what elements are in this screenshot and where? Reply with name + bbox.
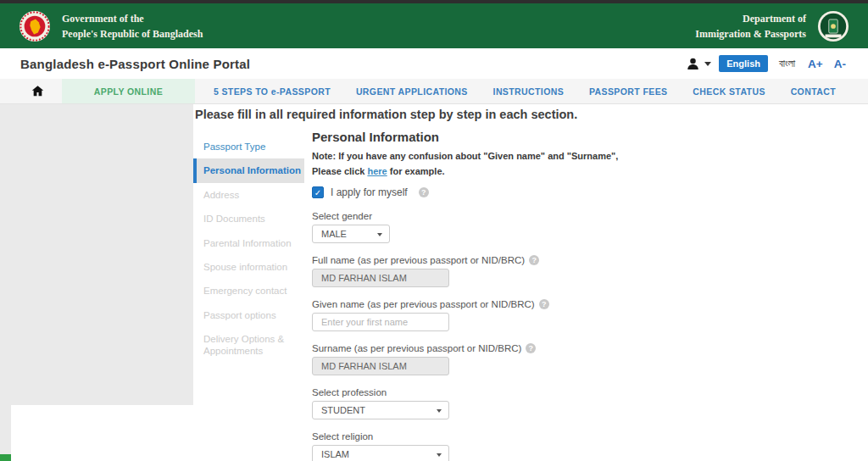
apply-myself-help-icon[interactable]: ?: [419, 187, 429, 197]
main-nav: APPLY ONLINE 5 STEPS TO e-PASSPORT URGEN…: [0, 79, 868, 104]
government-title: Government of the People's Republic of B…: [62, 11, 203, 42]
religion-select[interactable]: ISLAM: [312, 445, 449, 461]
immigration-department-logo-icon: [817, 10, 849, 42]
nav-item-contact[interactable]: CONTACT: [784, 79, 843, 103]
nav-item-5-steps[interactable]: 5 STEPS TO e-PASSPORT: [207, 79, 337, 103]
department-title: Department of Immigration & Passports: [695, 11, 806, 42]
nav-item-check-status[interactable]: CHECK STATUS: [686, 79, 772, 103]
form-note: Note: If you have any confusion about "G…: [312, 149, 631, 179]
left-gutter-strip: [0, 405, 11, 461]
note-here-link[interactable]: here: [367, 166, 387, 176]
given-name-input[interactable]: [312, 313, 449, 331]
language-english-button[interactable]: English: [719, 55, 768, 72]
font-increase-button[interactable]: A+: [806, 58, 825, 70]
sidebar-item-emergency-contact: Emergency contact: [193, 279, 304, 303]
form-note-suffix: for example.: [387, 166, 445, 176]
profession-select[interactable]: STUDENT: [312, 401, 449, 419]
profession-label: Select profession: [312, 387, 636, 397]
left-gutter-panel: [0, 104, 193, 405]
government-title-line1: Government of the: [62, 11, 203, 26]
account-menu-button[interactable]: [686, 57, 711, 71]
nav-item-instructions[interactable]: INSTRUCTIONS: [487, 79, 571, 103]
religion-label: Select religion: [312, 431, 636, 442]
sidebar-item-address: Address: [193, 183, 304, 207]
step-sidebar: Passport Type Personal Information Addre…: [193, 135, 304, 364]
department-title-line1: Department of: [695, 11, 806, 26]
nav-item-apply-online[interactable]: APPLY ONLINE: [62, 79, 195, 103]
surname-label-text: Surname (as per previous passport or NID…: [312, 343, 521, 353]
given-name-label: Given name (as per previous passport or …: [312, 299, 636, 309]
bottom-left-green-widget: [0, 454, 11, 461]
language-bangla-button[interactable]: বাংলা: [776, 56, 798, 71]
full-name-field: Full name (as per previous passport or N…: [312, 255, 636, 287]
nav-item-urgent-applications[interactable]: URGENT APPLICATIONS: [349, 79, 475, 103]
apply-myself-row: I apply for myself ?: [312, 186, 636, 199]
bangladesh-emblem-icon: [19, 10, 51, 42]
profession-field: Select profession STUDENT: [312, 387, 636, 419]
given-name-label-text: Given name (as per previous passport or …: [312, 299, 535, 309]
form-note-prefix: Note: If you have any confusion about "G…: [312, 151, 618, 176]
surname-input[interactable]: [312, 357, 449, 375]
department-branding: Department of Immigration & Passports: [695, 10, 849, 42]
apply-myself-label: I apply for myself: [331, 186, 408, 198]
page-instruction: Please fill in all required information …: [195, 108, 577, 121]
sidebar-item-personal-information[interactable]: Personal Information: [193, 158, 304, 182]
government-header: Government of the People's Republic of B…: [0, 3, 868, 48]
home-icon: [31, 84, 45, 98]
form-heading: Personal Information: [312, 130, 636, 144]
surname-field: Surname (as per previous passport or NID…: [312, 343, 636, 375]
nav-item-passport-fees[interactable]: PASSPORT FEES: [582, 79, 675, 103]
portal-title: Bangladesh e-Passport Online Portal: [20, 57, 250, 71]
surname-help-icon[interactable]: ?: [526, 343, 536, 353]
full-name-help-icon[interactable]: ?: [529, 255, 539, 265]
department-title-line2: Immigration & Passports: [695, 26, 806, 42]
sidebar-item-parental-information: Parental Information: [193, 231, 304, 255]
screen: Government of the People's Republic of B…: [0, 0, 868, 461]
government-branding: Government of the People's Republic of B…: [19, 10, 203, 42]
full-name-input[interactable]: [312, 269, 449, 287]
surname-label: Surname (as per previous passport or NID…: [312, 343, 636, 353]
user-icon: [686, 57, 700, 71]
content-area: Please fill in all required information …: [0, 104, 868, 461]
gender-select[interactable]: MALE: [312, 225, 390, 243]
full-name-label-text: Full name (as per previous passport or N…: [312, 255, 525, 265]
sidebar-item-passport-type[interactable]: Passport Type: [193, 135, 304, 158]
font-decrease-button[interactable]: A-: [832, 58, 848, 70]
given-name-help-icon[interactable]: ?: [539, 299, 549, 309]
sidebar-item-spouse-information: Spouse information: [193, 255, 304, 279]
gender-field: Select gender MALE: [312, 211, 636, 243]
personal-information-form: Personal Information Note: If you have a…: [312, 130, 636, 461]
gender-label: Select gender: [312, 211, 636, 221]
government-title-line2: People's Republic of Bangladesh: [62, 26, 203, 42]
account-caret-icon: [704, 62, 711, 66]
portal-actions: English বাংলা A+ A-: [686, 55, 848, 72]
apply-myself-checkbox[interactable]: [312, 186, 324, 198]
nav-home-button[interactable]: [25, 79, 50, 103]
sidebar-item-delivery-options: Delivery Options & Appointments: [193, 327, 304, 364]
sidebar-item-id-documents: ID Documents: [193, 207, 304, 230]
religion-field: Select religion ISLAM: [312, 431, 636, 461]
sidebar-item-passport-options: Passport options: [193, 303, 304, 327]
full-name-label: Full name (as per previous passport or N…: [312, 255, 636, 265]
portal-title-bar: Bangladesh e-Passport Online Portal Engl…: [0, 48, 868, 79]
given-name-field: Given name (as per previous passport or …: [312, 299, 636, 331]
